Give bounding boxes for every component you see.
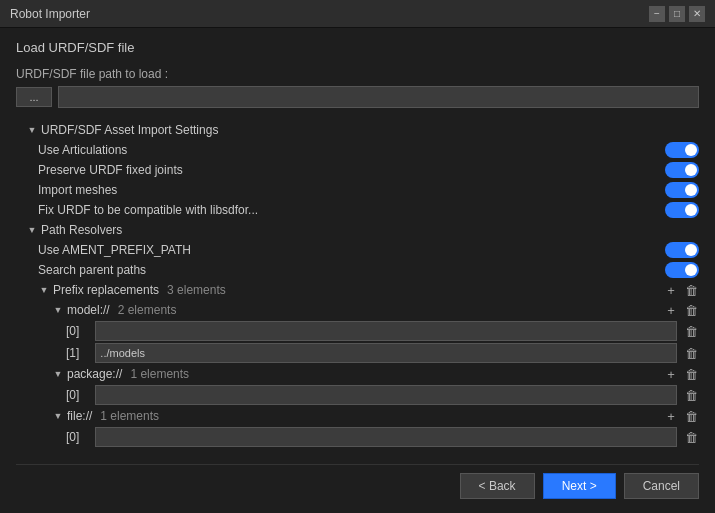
fix-urdf-row: Fix URDF to be compatible with libsdfor.…	[16, 200, 699, 220]
prefix-replacements-row: ▼ Prefix replacements 3 elements + 🗑	[16, 280, 699, 300]
page-title: Load URDF/SDF file	[16, 40, 699, 55]
package-index-0-delete-icon[interactable]: 🗑	[683, 387, 699, 403]
browse-button[interactable]: ...	[16, 87, 52, 107]
model-index-1-delete-icon[interactable]: 🗑	[683, 345, 699, 361]
file-add-icon[interactable]: +	[663, 408, 679, 424]
use-articulations-toggle[interactable]	[665, 142, 699, 158]
search-parent-paths-row: Search parent paths	[16, 260, 699, 280]
search-parent-paths-toggle[interactable]	[665, 262, 699, 278]
file-index-0-label: [0]	[66, 430, 79, 444]
main-content: Load URDF/SDF file URDF/SDF file path to…	[0, 28, 715, 513]
package-label: package://	[67, 367, 122, 381]
file-delete-icon[interactable]: 🗑	[683, 408, 699, 424]
prefix-replacements-delete-icon[interactable]: 🗑	[683, 282, 699, 298]
file-path-label: URDF/SDF file path to load :	[16, 67, 699, 81]
search-parent-paths-label: Search parent paths	[38, 263, 146, 277]
use-articulations-row: Use Articulations	[16, 140, 699, 160]
tree-section: ▼ URDF/SDF Asset Import Settings Use Art…	[16, 120, 699, 456]
file-row: ▼ file:// 1 elements + 🗑	[16, 406, 699, 426]
use-ament-label: Use AMENT_PREFIX_PATH	[38, 243, 191, 257]
footer: < Back Next > Cancel	[16, 464, 699, 501]
model-index-1-label: [1]	[66, 346, 79, 360]
model-index-0-input[interactable]	[95, 321, 677, 341]
file-path-input[interactable]	[58, 86, 699, 108]
prefix-replacements-add-icon[interactable]: +	[663, 282, 679, 298]
import-meshes-toggle[interactable]	[665, 182, 699, 198]
import-meshes-row: Import meshes	[16, 180, 699, 200]
file-count: 1 elements	[100, 409, 159, 423]
use-ament-toggle[interactable]	[665, 242, 699, 258]
model-index-0-delete-icon[interactable]: 🗑	[683, 323, 699, 339]
package-index-0-row: [0] 🗑	[16, 384, 699, 406]
prefix-replacements-count: 3 elements	[167, 283, 226, 297]
path-resolvers-row: ▼ Path Resolvers	[16, 220, 699, 240]
file-index-0-input[interactable]	[95, 427, 677, 447]
preserve-urdf-row: Preserve URDF fixed joints	[16, 160, 699, 180]
model-count: 2 elements	[118, 303, 177, 317]
file-path-section: URDF/SDF file path to load : ...	[16, 67, 699, 108]
title-controls: − □ ✕	[649, 6, 705, 22]
package-delete-icon[interactable]: 🗑	[683, 366, 699, 382]
file-path-row: ...	[16, 86, 699, 108]
next-button[interactable]: Next >	[543, 473, 616, 499]
fix-urdf-toggle[interactable]	[665, 202, 699, 218]
model-index-1-input[interactable]	[95, 343, 677, 363]
package-add-icon[interactable]: +	[663, 366, 679, 382]
package-row: ▼ package:// 1 elements + 🗑	[16, 364, 699, 384]
close-button[interactable]: ✕	[689, 6, 705, 22]
package-index-0-label: [0]	[66, 388, 79, 402]
expand-prefix-replacements-icon[interactable]: ▼	[38, 284, 50, 296]
back-button[interactable]: < Back	[460, 473, 535, 499]
package-index-0-input[interactable]	[95, 385, 677, 405]
model-add-icon[interactable]: +	[663, 302, 679, 318]
use-articulations-label: Use Articulations	[38, 143, 127, 157]
expand-asset-settings-icon[interactable]: ▼	[26, 124, 38, 136]
maximize-button[interactable]: □	[669, 6, 685, 22]
file-label: file://	[67, 409, 92, 423]
preserve-urdf-toggle[interactable]	[665, 162, 699, 178]
asset-import-settings-row: ▼ URDF/SDF Asset Import Settings	[16, 120, 699, 140]
model-label: model://	[67, 303, 110, 317]
model-delete-icon[interactable]: 🗑	[683, 302, 699, 318]
expand-path-resolvers-icon[interactable]: ▼	[26, 224, 38, 236]
file-index-0-delete-icon[interactable]: 🗑	[683, 429, 699, 445]
import-meshes-label: Import meshes	[38, 183, 117, 197]
file-index-0-row: [0] 🗑	[16, 426, 699, 448]
model-index-0-row: [0] 🗑	[16, 320, 699, 342]
path-resolvers-label: Path Resolvers	[41, 223, 122, 237]
cancel-button[interactable]: Cancel	[624, 473, 699, 499]
app-title: Robot Importer	[10, 7, 90, 21]
asset-import-settings-label: URDF/SDF Asset Import Settings	[41, 123, 218, 137]
prefix-replacements-label: Prefix replacements	[53, 283, 159, 297]
minimize-button[interactable]: −	[649, 6, 665, 22]
expand-package-icon[interactable]: ▼	[52, 368, 64, 380]
model-row: ▼ model:// 2 elements + 🗑	[16, 300, 699, 320]
model-index-0-label: [0]	[66, 324, 79, 338]
use-ament-row: Use AMENT_PREFIX_PATH	[16, 240, 699, 260]
model-index-1-row: [1] 🗑	[16, 342, 699, 364]
expand-model-icon[interactable]: ▼	[52, 304, 64, 316]
fix-urdf-label: Fix URDF to be compatible with libsdfor.…	[38, 203, 258, 217]
title-bar-left: Robot Importer	[10, 7, 90, 21]
title-bar: Robot Importer − □ ✕	[0, 0, 715, 28]
expand-file-icon[interactable]: ▼	[52, 410, 64, 422]
package-count: 1 elements	[130, 367, 189, 381]
preserve-urdf-label: Preserve URDF fixed joints	[38, 163, 183, 177]
